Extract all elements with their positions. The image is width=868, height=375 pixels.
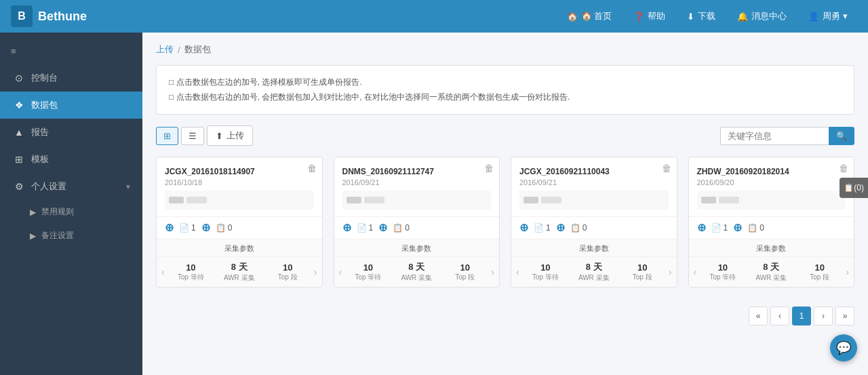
card-3-actions: ⊕ 📄 1 ⊕ 📋 0 (689, 217, 854, 239)
sidebar-item-console[interactable]: ⊙ 控制台 (0, 64, 142, 92)
chat-bubble[interactable]: 💬 (830, 334, 857, 361)
card-0-delete[interactable]: 🗑 (307, 163, 317, 174)
sidebar-label-report: 报告 (31, 126, 49, 138)
sidebar-item-report[interactable]: ▲ 报告 (0, 119, 142, 146)
card-3-header: 🗑 ZHDW_20160920182014 2016/09/20 (689, 157, 854, 217)
notes-arrow-icon: ▶ (30, 231, 36, 241)
card-2-next[interactable]: › (667, 267, 674, 277)
page-current[interactable]: 1 (792, 307, 811, 325)
nav-home[interactable]: 🏠 🏠 首页 (557, 6, 622, 26)
sidebar-item-template[interactable]: ⊞ 模板 (0, 146, 142, 173)
card-2-add-right[interactable]: ⊕ (556, 222, 565, 233)
list-view-button[interactable]: ☰ (181, 127, 204, 145)
card-2-prev[interactable]: ‹ (514, 267, 521, 277)
report-icon: ▲ (14, 127, 24, 138)
card-2-footer: 采集参数 ‹ 10 Top 等待 8 天 AWR 采集 10 (511, 239, 677, 287)
card-2-delete[interactable]: 🗑 (662, 163, 671, 174)
card-0-stat2: 8 天 AWR 采集 (215, 261, 263, 283)
preview-dot2 (364, 197, 384, 203)
card-3: 🗑 ZHDW_20160920182014 2016/09/20 ⊕ 📄 1 ⊕… (688, 157, 855, 288)
card-1-stats-label: 采集参数 (334, 239, 500, 257)
console-icon: ⊙ (14, 73, 24, 83)
card-0-prev[interactable]: ‹ (159, 267, 167, 277)
card-0-stats-row: ‹ 10 Top 等待 8 天 AWR 采集 10 Top 段 (157, 257, 322, 287)
card-3-stat1: 10 Top 等待 (698, 262, 747, 282)
sidebar-label-console: 控制台 (31, 72, 58, 84)
card-3-title: ZHDW_20160920182014 (697, 167, 846, 176)
breadcrumb-separator: / (178, 45, 180, 55)
card-1-prev[interactable]: ‹ (337, 267, 344, 277)
sidebar-item-datapackage[interactable]: ❖ 数据包 (0, 92, 142, 119)
chat-icon: 💬 (836, 340, 851, 355)
card-3-count2: 📋 0 (747, 223, 764, 233)
search-input[interactable] (720, 127, 829, 145)
pagination: « ‹ 1 › » (156, 301, 854, 328)
card-3-stats-row: ‹ 10 Top 等待 8 天 AWR 采集 10 Top 段 (689, 257, 854, 287)
nav-messages[interactable]: 🔔 消息中心 (728, 6, 796, 26)
float-badge[interactable]: 📋(0) (840, 178, 868, 198)
sidebar-item-notes[interactable]: ▶ 备注设置 (0, 224, 142, 248)
card-0-add-left[interactable]: ⊕ (165, 222, 174, 233)
card-2-actions: ⊕ 📄 1 ⊕ 📋 0 (511, 217, 677, 239)
preview-dot (701, 197, 716, 203)
card-0-count1: 📄 1 (179, 223, 196, 233)
grid-view-button[interactable]: ⊞ (156, 127, 178, 145)
sidebar-item-rules[interactable]: ▶ 禁用规则 (0, 200, 142, 224)
card-0-stat3: 10 Top 段 (263, 262, 311, 282)
card-2-stat1: 10 Top 等待 (521, 262, 570, 282)
page-first[interactable]: « (749, 307, 768, 325)
cards-grid: 🗑 JCGX_20161018114907 2016/10/18 ⊕ 📄 1 ⊕… (156, 157, 854, 288)
breadcrumb-upload[interactable]: 上传 (156, 43, 174, 56)
card-1-count1: 📄 1 (357, 223, 374, 233)
settings-icon: ⚙ (14, 181, 24, 192)
card-3-count1: 📄 1 (711, 223, 728, 233)
card-3-delete[interactable]: 🗑 (839, 163, 848, 174)
logo: B Bethune (11, 5, 557, 27)
info-text-2: □ 点击数据包右边的加号, 会把数据包加入到对比池中, 在对比池中选择同一系统的… (169, 90, 570, 105)
card-1-next[interactable]: › (489, 267, 496, 277)
nav-download[interactable]: ⬇ 下载 (677, 6, 725, 26)
card-1-delete[interactable]: 🗑 (484, 163, 494, 174)
nav-help[interactable]: ❓ 帮助 (624, 6, 675, 26)
card-0-date: 2016/10/18 (165, 178, 314, 186)
rules-arrow-icon: ▶ (30, 208, 36, 217)
nav-user[interactable]: 👤 周勇 ▾ (799, 6, 857, 26)
search-button[interactable]: 🔍 (829, 127, 854, 145)
card-1-add-right[interactable]: ⊕ (378, 222, 387, 233)
sidebar-label-rules: 禁用规则 (41, 206, 74, 218)
card-0-next[interactable]: › (312, 267, 319, 277)
card-1-stat1: 10 Top 等待 (344, 262, 392, 282)
page-last[interactable]: » (835, 307, 854, 325)
card-1-preview (342, 191, 492, 210)
card-0-add-right[interactable]: ⊕ (201, 222, 210, 233)
upload-button[interactable]: ⬆ 上传 (207, 125, 253, 146)
card-1-date: 2016/09/21 (342, 178, 492, 186)
sidebar-item-settings[interactable]: ⚙ 个人设置 ▼ (0, 173, 142, 200)
main-content: 上传 / 数据包 □ 点击数据包左边的加号, 选择模板即可生成单份报告. □ 点… (142, 33, 868, 375)
card-0-header: 🗑 JCGX_20161018114907 2016/10/18 (157, 157, 322, 217)
logo-icon: B (11, 5, 33, 27)
info-row-2: □ 点击数据包右边的加号, 会把数据包加入到对比池中, 在对比池中选择同一系统的… (169, 90, 842, 105)
card-2-count2: 📋 0 (570, 223, 587, 233)
card-2-add-left[interactable]: ⊕ (519, 222, 528, 233)
card-2-title: JCGX_20160921110043 (519, 167, 669, 176)
sidebar: ≡ ⊙ 控制台 ❖ 数据包 ▲ 报告 ⊞ 模板 ⚙ 个人设置 ▼ ▶ 禁用规则 … (0, 33, 142, 375)
card-3-add-left[interactable]: ⊕ (697, 222, 706, 233)
card-1-add-left[interactable]: ⊕ (342, 222, 351, 233)
header: B Bethune 🏠 🏠 首页 ❓ 帮助 ⬇ 下载 🔔 消息中心 👤 周勇 ▾ (0, 0, 868, 33)
card-3-next[interactable]: › (844, 267, 851, 277)
card-2-count1: 📄 1 (534, 223, 551, 233)
sidebar-label-datapackage: 数据包 (31, 99, 58, 111)
page-next[interactable]: › (814, 307, 833, 325)
menu-icon: ≡ (11, 46, 16, 56)
sidebar-label-template: 模板 (31, 153, 49, 165)
upload-label: 上传 (226, 130, 244, 142)
card-2-date: 2016/09/21 (519, 178, 669, 186)
card-2-stats-row: ‹ 10 Top 等待 8 天 AWR 采集 10 Top 段 (511, 257, 677, 287)
template-icon: ⊞ (14, 154, 24, 165)
preview-dot (169, 197, 184, 203)
card-3-prev[interactable]: ‹ (692, 267, 699, 277)
page-prev[interactable]: ‹ (770, 307, 789, 325)
card-2-stat2: 8 天 AWR 采集 (570, 261, 618, 283)
card-3-add-right[interactable]: ⊕ (733, 222, 742, 233)
